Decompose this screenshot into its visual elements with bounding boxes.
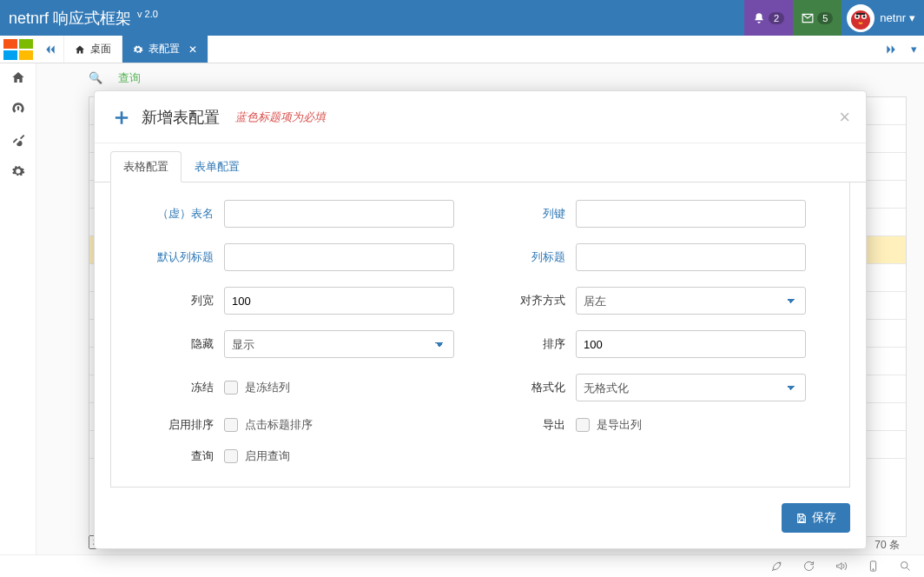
save-button[interactable]: 保存 [782, 503, 850, 533]
svg-point-8 [873, 569, 874, 570]
plus-icon: ＋ [110, 102, 133, 132]
home-icon [75, 44, 85, 55]
toolbar-search[interactable]: 🔍查询 [89, 71, 156, 84]
input-colwidth[interactable] [224, 287, 454, 315]
select-format[interactable]: 无格式化 [576, 374, 806, 401]
modal-tab-form[interactable]: 表单配置 [182, 151, 253, 182]
label-export: 导出 [480, 417, 576, 433]
chevron-down-icon: ▾ [909, 11, 915, 24]
notifications-button[interactable]: 2 [744, 0, 793, 36]
label-format: 格式化 [480, 380, 576, 395]
label-hidden: 隐藏 [129, 336, 224, 352]
checkbox-export[interactable] [576, 418, 590, 432]
app-brand: netnrf 响应式框架 v 2.0 [9, 8, 158, 29]
label-order: 排序 [480, 336, 576, 352]
label-align: 对齐方式 [480, 293, 576, 308]
status-rocket-icon[interactable] [770, 560, 783, 573]
label-tablename: （虚）表名 [129, 206, 224, 222]
gear-icon [133, 44, 143, 55]
collapse-button[interactable] [36, 36, 64, 63]
logo-tiles [0, 36, 36, 63]
nav-settings-icon[interactable] [11, 164, 25, 178]
label-enablesort: 启用排序 [129, 417, 224, 433]
svg-point-5 [863, 15, 866, 17]
tabs-forward-icon[interactable] [878, 43, 904, 56]
status-mobile-icon[interactable] [867, 560, 880, 573]
select-hidden[interactable]: 显示 [224, 330, 454, 358]
label-colwidth: 列宽 [129, 293, 224, 308]
label-defcoltitle: 默认列标题 [129, 249, 224, 265]
bell-icon [753, 12, 765, 24]
label-query: 查询 [129, 448, 224, 464]
checkbox-sort[interactable] [224, 418, 238, 432]
tabs-menu-icon[interactable]: ▾ [904, 43, 924, 56]
add-config-modal: ＋ 新增表配置 蓝色标题项为必填 × 表格配置 表单配置 （虚）表名 列键 默认… [94, 90, 867, 549]
status-refresh-icon[interactable] [802, 560, 815, 573]
save-icon [795, 513, 807, 524]
messages-button[interactable]: 5 [793, 0, 842, 36]
label-coltitle: 列标题 [480, 249, 576, 265]
modal-tab-table[interactable]: 表格配置 [110, 151, 182, 182]
close-tab-icon[interactable]: ✕ [188, 43, 197, 56]
input-order[interactable] [576, 330, 806, 358]
input-tablename[interactable] [224, 200, 454, 228]
tab-table-config[interactable]: 表配置 ✕ [122, 36, 208, 63]
input-defcoltitle[interactable] [224, 243, 454, 271]
svg-rect-6 [856, 13, 865, 15]
modal-close-icon[interactable]: × [839, 106, 850, 129]
envelope-icon [802, 12, 814, 24]
input-colkey[interactable] [576, 200, 806, 228]
label-freeze: 冻结 [129, 380, 224, 395]
svg-point-9 [901, 562, 908, 569]
nav-tools-icon[interactable] [11, 133, 25, 147]
notif-count: 2 [769, 12, 784, 24]
username: netnr [880, 11, 906, 24]
modal-hint: 蓝色标题项为必填 [235, 109, 326, 125]
pager-total: 70 条 [874, 538, 900, 553]
checkbox-query[interactable] [224, 449, 238, 463]
avatar[interactable] [847, 4, 874, 32]
status-search-icon[interactable] [899, 560, 912, 573]
nav-home-icon[interactable] [11, 70, 25, 84]
checkbox-freeze[interactable] [224, 381, 238, 395]
select-align[interactable]: 居左 [576, 287, 806, 315]
mail-count: 5 [817, 12, 833, 24]
input-coltitle[interactable] [576, 243, 806, 271]
tab-home[interactable]: 桌面 [64, 36, 122, 63]
label-colkey: 列键 [480, 206, 576, 222]
nav-dashboard-icon[interactable] [11, 102, 25, 116]
search-icon: 🔍 [89, 71, 102, 84]
modal-title: 新增表配置 [142, 107, 220, 128]
svg-point-4 [856, 15, 859, 17]
user-dropdown[interactable]: netnr ▾ [880, 11, 915, 24]
status-sound-icon[interactable] [835, 560, 848, 573]
